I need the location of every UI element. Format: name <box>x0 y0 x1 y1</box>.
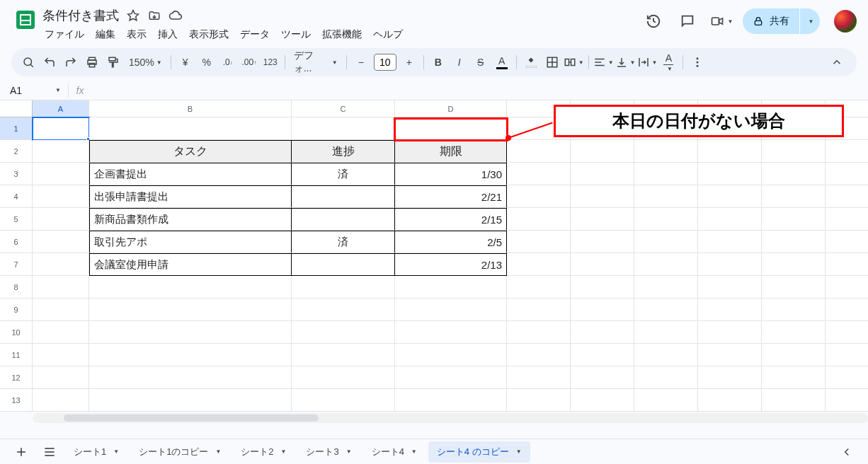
redo-icon[interactable] <box>61 52 81 72</box>
paint-format-icon[interactable] <box>103 52 123 72</box>
col-header-C[interactable]: C <box>292 100 395 117</box>
share-button[interactable]: 共有 <box>743 8 799 34</box>
sheet-tab[interactable]: シート1▼ <box>65 441 127 463</box>
table-row[interactable]: 出張申請書提出 <box>89 185 292 208</box>
row-header-3[interactable]: 3 <box>0 163 33 185</box>
select-all-corner[interactable] <box>0 100 33 117</box>
menu-data[interactable]: データ <box>235 25 275 44</box>
menu-tools[interactable]: ツール <box>276 25 316 44</box>
cell[interactable] <box>33 185 89 208</box>
table-header-task[interactable]: タスク <box>89 140 292 163</box>
row-header-10[interactable]: 10 <box>0 321 33 344</box>
table-row[interactable]: 2/13 <box>395 253 507 276</box>
spreadsheet-grid[interactable]: A B C D 1 2 タスク 進捗 期限 3 企画書提出 済 1/30 4 出… <box>0 100 868 412</box>
col-header-A[interactable]: A <box>33 100 89 117</box>
cloud-status-icon[interactable] <box>169 8 183 23</box>
cell-A1[interactable] <box>33 117 89 140</box>
menu-file[interactable]: ファイル <box>40 25 89 44</box>
font-size-input[interactable] <box>374 54 396 71</box>
cell[interactable] <box>292 117 395 140</box>
formula-input[interactable] <box>91 85 868 96</box>
table-header-due[interactable]: 期限 <box>395 140 507 163</box>
table-row[interactable] <box>292 208 395 231</box>
menu-format[interactable]: 表示形式 <box>184 25 234 44</box>
decrease-font-icon[interactable]: − <box>351 52 371 72</box>
scrollbar-thumb[interactable] <box>64 414 319 422</box>
text-color-icon[interactable]: A <box>492 52 512 72</box>
font-select[interactable]: デフォ...▼ <box>290 52 342 72</box>
table-row[interactable]: 2/15 <box>395 208 507 231</box>
more-toolbar-icon[interactable] <box>687 52 707 72</box>
increase-font-icon[interactable]: + <box>399 52 419 72</box>
sheet-tab[interactable]: シート4▼ <box>363 441 426 463</box>
table-row[interactable] <box>292 253 395 276</box>
print-icon[interactable] <box>82 52 102 72</box>
sheet-tab[interactable]: シート3▼ <box>297 441 360 463</box>
table-row[interactable]: 新商品書類作成 <box>89 208 292 231</box>
text-wrap-icon[interactable]: ▼ <box>637 52 658 72</box>
cell[interactable] <box>33 253 89 276</box>
percent-icon[interactable]: % <box>197 52 217 72</box>
all-sheets-icon[interactable] <box>37 441 62 463</box>
share-dropdown[interactable]: ▼ <box>800 8 820 34</box>
fill-color-icon[interactable] <box>521 52 541 72</box>
vertical-align-icon[interactable]: ▼ <box>615 52 636 72</box>
sheets-logo[interactable] <box>11 6 40 34</box>
row-header-1[interactable]: 1 <box>0 117 33 140</box>
table-row[interactable]: 1/30 <box>395 163 507 185</box>
account-avatar[interactable] <box>834 10 857 33</box>
horizontal-align-icon[interactable]: ▼ <box>593 52 614 72</box>
collapse-toolbar-icon[interactable] <box>824 50 850 75</box>
borders-icon[interactable] <box>542 52 562 72</box>
name-box[interactable]: A1▼ <box>0 85 68 96</box>
menu-view[interactable]: 表示 <box>122 25 152 44</box>
row-header-2[interactable]: 2 <box>0 140 33 163</box>
col-header-B[interactable]: B <box>89 100 292 117</box>
table-row[interactable]: 企画書提出 <box>89 163 292 185</box>
horizontal-scrollbar[interactable] <box>33 413 868 423</box>
currency-yen-icon[interactable]: ¥ <box>176 52 195 72</box>
row-header-13[interactable]: 13 <box>0 389 33 412</box>
doc-title[interactable]: 条件付き書式 <box>42 7 119 24</box>
table-row[interactable]: 2/5 <box>395 231 507 253</box>
cell[interactable] <box>33 208 89 231</box>
row-header-7[interactable]: 7 <box>0 253 33 276</box>
menu-insert[interactable]: 挿入 <box>153 25 183 44</box>
star-icon[interactable] <box>126 8 140 23</box>
scroll-tabs-left-icon[interactable] <box>834 441 860 463</box>
table-row[interactable]: 会議室使用申請 <box>89 253 292 276</box>
cell[interactable] <box>33 231 89 253</box>
increase-decimal-icon[interactable]: .00↑ <box>239 52 259 72</box>
row-header-4[interactable]: 4 <box>0 185 33 208</box>
row-header-12[interactable]: 12 <box>0 366 33 389</box>
table-row[interactable]: 済 <box>292 231 395 253</box>
table-row[interactable]: 2/21 <box>395 185 507 208</box>
bold-icon[interactable]: B <box>428 52 448 72</box>
text-rotation-icon[interactable]: A▼ <box>658 52 678 72</box>
more-formats-icon[interactable]: 123 <box>261 52 280 72</box>
table-header-progress[interactable]: 進捗 <box>292 140 395 163</box>
menu-edit[interactable]: 編集 <box>91 25 120 44</box>
cell[interactable] <box>33 163 89 185</box>
italic-icon[interactable]: I <box>450 52 469 72</box>
table-row[interactable] <box>292 185 395 208</box>
row-header-5[interactable]: 5 <box>0 208 33 231</box>
sheet-tab[interactable]: シート2▼ <box>232 441 295 463</box>
move-icon[interactable] <box>147 8 161 23</box>
sheet-tab-active[interactable]: シート4 のコピー▼ <box>428 441 530 463</box>
cell[interactable] <box>33 140 89 163</box>
history-icon[interactable] <box>641 8 666 34</box>
row-header-11[interactable]: 11 <box>0 344 33 366</box>
decrease-decimal-icon[interactable]: .0↓ <box>218 52 238 72</box>
table-row[interactable]: 済 <box>292 163 395 185</box>
cell[interactable] <box>89 117 292 140</box>
merge-cells-icon[interactable]: ▼ <box>564 52 584 72</box>
menu-extensions[interactable]: 拡張機能 <box>317 25 367 44</box>
undo-icon[interactable] <box>40 52 59 72</box>
table-row[interactable]: 取引先アポ <box>89 231 292 253</box>
zoom-select[interactable]: 150%▼ <box>125 52 166 72</box>
comments-icon[interactable] <box>675 8 700 34</box>
menu-help[interactable]: ヘルプ <box>368 25 408 44</box>
row-header-8[interactable]: 8 <box>0 276 33 298</box>
add-sheet-icon[interactable] <box>8 441 34 463</box>
